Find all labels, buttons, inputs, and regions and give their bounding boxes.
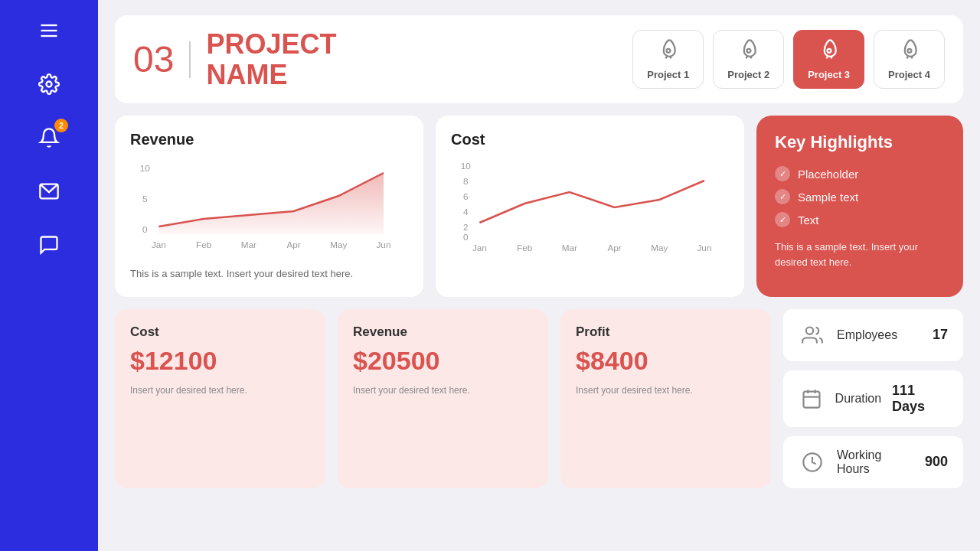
tab-label-3: Project 3 [808,69,850,80]
project-tabs: Project 1 Project 2 Project 3 Project 4 [632,30,945,89]
settings-icon[interactable] [34,69,64,99]
cost-metric-value: $12100 [130,346,310,376]
profit-metric-value: $8400 [576,346,756,376]
svg-text:Mar: Mar [562,244,577,253]
svg-text:5: 5 [142,195,148,204]
cost-metric-label: Cost [130,324,310,340]
profit-metric-desc: Insert your desired text here. [576,383,756,397]
working-hours-label: Working Hours [837,448,914,476]
svg-text:Apr: Apr [286,241,300,250]
tab-project-1[interactable]: Project 1 [632,30,704,89]
svg-text:2: 2 [463,223,469,233]
highlight-item-1: ✓ Placeholder [775,166,945,181]
stats-list: Employees 17 Duration 111 Days Working H… [783,309,963,488]
working-hours-value: 900 [925,454,948,470]
employees-label: Employees [837,328,922,342]
working-hours-stat-row: Working Hours 900 [783,436,963,488]
svg-text:Feb: Feb [196,241,211,250]
rocket-icon-4 [898,38,921,64]
svg-marker-12 [158,173,384,234]
revenue-metric-label: Revenue [353,324,533,340]
cost-metric-desc: Insert your desired text here. [130,383,310,397]
profit-metric-card: Profit $8400 Insert your desired text he… [560,309,771,488]
duration-stat-row: Duration 111 Days [783,370,963,427]
cost-chart-card: Cost 10 8 6 4 2 0 Jan Feb Mar Apr [436,116,744,297]
highlight-item-2: ✓ Sample text [775,189,945,204]
notification-badge: 2 [54,119,68,132]
svg-text:Mar: Mar [241,241,256,250]
svg-point-6 [746,49,750,53]
revenue-chart-title: Revenue [130,131,408,148]
revenue-chart-desc: This is a sample text. Insert your desir… [130,266,408,282]
bell-icon[interactable]: 2 [34,122,64,153]
tab-project-2[interactable]: Project 2 [713,30,784,89]
main-content: 03 PROJECT NAME Project 1 Project 2 [98,0,980,551]
revenue-chart-card: Revenue 10 5 0 [115,116,423,297]
svg-rect-32 [803,391,819,407]
svg-text:6: 6 [463,193,469,202]
calendar-icon [799,385,825,412]
revenue-metric-desc: Insert your desired text here. [353,383,533,397]
svg-point-31 [806,327,813,334]
svg-text:8: 8 [463,178,469,187]
svg-text:Apr: Apr [607,244,621,253]
bottom-section: Cost $12100 Insert your desired text her… [115,309,963,488]
check-icon-3: ✓ [775,212,790,227]
svg-point-5 [666,49,670,53]
svg-text:Jan: Jan [472,244,487,253]
revenue-chart-svg: 10 5 0 Jan Feb Mar [130,158,408,257]
svg-text:4: 4 [463,208,469,217]
duration-value: 111 Days [892,383,948,415]
svg-text:May: May [330,241,347,250]
svg-text:Jan: Jan [152,241,166,250]
project-number: 03 [133,41,191,78]
svg-text:Feb: Feb [517,244,532,253]
svg-text:10: 10 [461,162,471,171]
cost-chart-svg: 10 8 6 4 2 0 Jan Feb Mar Apr May Jun [451,158,729,257]
rocket-icon-2 [737,38,760,64]
rocket-icon-1 [657,38,680,64]
top-bar: 03 PROJECT NAME Project 1 Project 2 [115,15,963,103]
clock-icon [799,448,826,476]
employees-icon [799,321,826,349]
revenue-metric-value: $20500 [353,346,533,376]
svg-text:0: 0 [142,226,148,235]
svg-point-3 [47,82,52,87]
project-header: 03 PROJECT NAME [133,29,336,90]
profit-metric-label: Profit [576,324,756,340]
svg-point-8 [907,49,911,53]
cost-chart-container: 10 8 6 4 2 0 Jan Feb Mar Apr May Jun [451,158,729,257]
middle-section: Revenue 10 5 0 [115,116,963,297]
svg-text:0: 0 [463,233,469,243]
tab-project-3[interactable]: Project 3 [793,30,864,89]
sidebar: 2 [0,0,98,551]
employees-stat-row: Employees 17 [783,309,963,361]
tab-label-2: Project 2 [727,69,769,80]
menu-icon[interactable] [34,15,64,46]
highlights-card: Key Highlights ✓ Placeholder ✓ Sample te… [756,116,963,297]
svg-text:10: 10 [140,165,150,174]
chat-icon[interactable] [34,230,64,260]
tab-project-4[interactable]: Project 4 [874,30,945,89]
project-title: PROJECT NAME [206,29,336,90]
employees-value: 17 [933,327,948,343]
svg-text:Jun: Jun [697,244,712,253]
check-icon-2: ✓ [775,189,790,204]
svg-text:Jun: Jun [377,241,391,250]
highlights-title: Key Highlights [775,132,945,152]
highlights-description: This is a sample text. Insert your desir… [775,240,945,269]
duration-label: Duration [835,392,881,406]
svg-point-7 [827,49,831,53]
tab-label-1: Project 1 [647,69,689,80]
revenue-metric-card: Revenue $20500 Insert your desired text … [338,309,548,488]
tab-label-4: Project 4 [888,69,930,80]
highlight-item-3: ✓ Text [775,212,945,227]
cost-metric-card: Cost $12100 Insert your desired text her… [115,309,325,488]
svg-text:May: May [651,244,668,253]
rocket-icon-3 [818,38,841,64]
mail-icon[interactable] [34,176,64,207]
cost-chart-title: Cost [451,131,729,148]
check-icon-1: ✓ [775,166,790,181]
revenue-chart-container: 10 5 0 Jan Feb Mar [130,158,408,257]
